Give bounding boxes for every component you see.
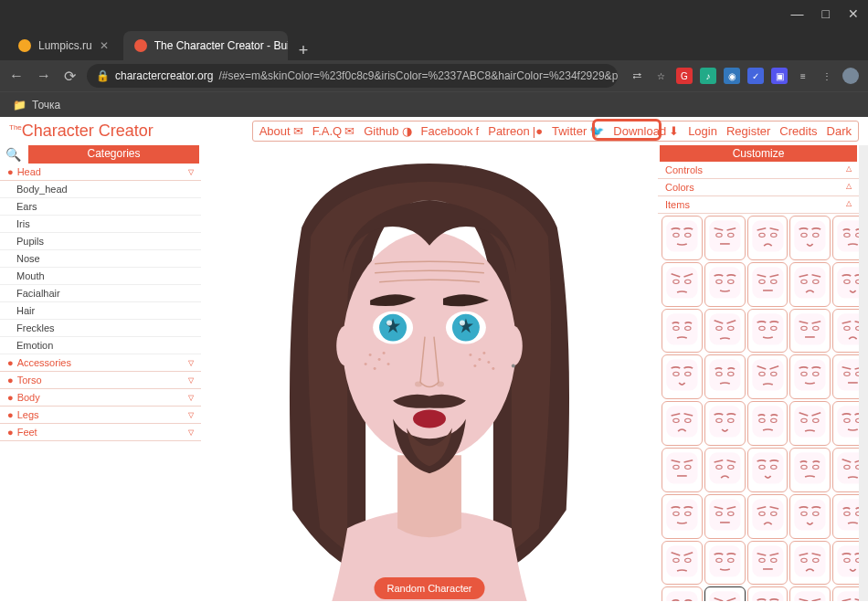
category-accessories[interactable]: ●Accessories▽ bbox=[0, 354, 201, 372]
site-logo[interactable]: TheCharacter Creator bbox=[9, 121, 153, 141]
browser-tab-1[interactable]: The Character Creator - Build vis… ✕ bbox=[123, 31, 288, 60]
nav-dark[interactable]: Dark bbox=[824, 123, 854, 139]
nav-twitter[interactable]: Twitter 🐦 bbox=[549, 123, 607, 139]
emotion-thumb[interactable] bbox=[789, 354, 831, 399]
emotion-thumb[interactable] bbox=[832, 494, 859, 539]
character-canvas[interactable]: Random Character bbox=[201, 145, 658, 601]
category-item[interactable]: Body_head bbox=[0, 181, 201, 198]
emotion-thumb[interactable] bbox=[704, 541, 746, 586]
emotion-thumb[interactable] bbox=[747, 401, 789, 446]
translate-icon[interactable]: ⮂ bbox=[629, 68, 645, 84]
nav-credits[interactable]: Credits bbox=[777, 123, 820, 139]
category-item[interactable]: Nose bbox=[0, 250, 201, 268]
panel-colors[interactable]: Colors△ bbox=[658, 179, 859, 196]
emotion-thumb[interactable] bbox=[747, 541, 789, 586]
emotion-thumb[interactable] bbox=[747, 494, 789, 539]
emotion-thumb[interactable] bbox=[704, 309, 746, 354]
emotion-thumb[interactable] bbox=[832, 309, 859, 354]
emotion-thumb[interactable] bbox=[832, 354, 859, 399]
emotion-thumb[interactable] bbox=[789, 216, 831, 260]
category-body[interactable]: ●Body▽ bbox=[0, 389, 201, 407]
nav-patreon[interactable]: Patreon |● bbox=[485, 123, 545, 139]
nav-about[interactable]: About ✉ bbox=[257, 123, 306, 139]
scrollbar[interactable] bbox=[859, 145, 868, 601]
emotion-thumb[interactable] bbox=[704, 354, 746, 399]
emotion-thumb[interactable] bbox=[662, 216, 703, 260]
emotion-thumb[interactable] bbox=[747, 448, 789, 492]
ext-icon[interactable]: ▣ bbox=[771, 68, 788, 84]
emotion-thumb[interactable] bbox=[832, 448, 859, 492]
menu-icon[interactable]: ≡ bbox=[795, 68, 811, 84]
emotion-thumb[interactable] bbox=[747, 216, 789, 260]
category-feet[interactable]: ●Feet▽ bbox=[0, 424, 201, 441]
emotion-thumb[interactable] bbox=[832, 216, 859, 260]
ext-icon[interactable]: G bbox=[676, 68, 693, 84]
nav-github[interactable]: Github ◑ bbox=[361, 123, 414, 139]
emotion-thumb[interactable] bbox=[662, 401, 703, 446]
emotion-thumb[interactable] bbox=[662, 494, 703, 539]
forward-button[interactable]: → bbox=[37, 68, 51, 85]
emotion-thumb[interactable] bbox=[747, 309, 789, 354]
category-item[interactable]: Pupils bbox=[0, 233, 201, 250]
ext-icon[interactable]: ✓ bbox=[747, 68, 764, 84]
nav-facebook[interactable]: Facebook f bbox=[418, 123, 482, 139]
category-item[interactable]: Facialhair bbox=[0, 285, 201, 302]
category-item[interactable]: Freckles bbox=[0, 320, 201, 337]
close-tab-icon[interactable]: ✕ bbox=[100, 39, 109, 52]
emotion-thumb[interactable] bbox=[832, 401, 859, 446]
emotion-thumb[interactable] bbox=[832, 586, 859, 601]
bookmark-item[interactable]: Точка bbox=[32, 99, 60, 111]
nav-register[interactable]: Register bbox=[724, 123, 773, 139]
emotion-thumb[interactable] bbox=[747, 354, 789, 399]
url-input[interactable]: 🔒 charactercreator.org /#sex=m&skinColor… bbox=[87, 64, 618, 88]
emotion-thumb[interactable] bbox=[704, 262, 746, 307]
new-tab-button[interactable]: + bbox=[291, 41, 316, 60]
profile-avatar[interactable] bbox=[842, 68, 859, 84]
emotion-thumb[interactable] bbox=[662, 354, 703, 399]
maximize-icon[interactable]: □ bbox=[822, 6, 830, 21]
emotion-thumb[interactable] bbox=[704, 401, 746, 446]
emotion-thumb[interactable] bbox=[789, 541, 831, 586]
emotion-thumb[interactable] bbox=[789, 494, 831, 539]
nav-faq[interactable]: F.A.Q ✉ bbox=[310, 123, 358, 139]
category-item[interactable]: Emotion bbox=[0, 337, 201, 354]
close-icon[interactable]: ✕ bbox=[848, 6, 859, 21]
category-torso[interactable]: ●Torso▽ bbox=[0, 372, 201, 389]
emotion-thumb[interactable] bbox=[662, 541, 703, 586]
emotion-thumb[interactable] bbox=[704, 448, 746, 492]
emotion-thumb[interactable] bbox=[662, 586, 703, 601]
emotion-thumb[interactable] bbox=[789, 262, 831, 307]
minimize-icon[interactable]: ― bbox=[791, 6, 804, 21]
nav-download[interactable]: Download ⬇ bbox=[610, 123, 682, 139]
category-item[interactable]: Iris bbox=[0, 216, 201, 233]
back-button[interactable]: ← bbox=[9, 68, 24, 85]
emotion-thumb[interactable] bbox=[704, 494, 746, 539]
star-icon[interactable]: ☆ bbox=[652, 68, 669, 84]
emotion-thumb[interactable] bbox=[789, 401, 831, 446]
category-item[interactable]: Mouth bbox=[0, 268, 201, 285]
random-character-button[interactable]: Random Character bbox=[375, 577, 485, 599]
emotion-thumb[interactable] bbox=[789, 309, 831, 354]
search-icon[interactable]: 🔍 bbox=[0, 145, 26, 164]
emotion-thumb[interactable] bbox=[662, 262, 703, 307]
browser-tab-0[interactable]: Lumpics.ru ✕ bbox=[7, 31, 120, 60]
panel-items[interactable]: Items△ bbox=[658, 196, 859, 214]
emotion-thumb[interactable] bbox=[747, 586, 789, 601]
more-icon[interactable]: ⋮ bbox=[819, 68, 835, 84]
emotion-thumb[interactable] bbox=[832, 541, 859, 586]
category-item[interactable]: Hair bbox=[0, 302, 201, 320]
emotion-thumb[interactable] bbox=[662, 309, 703, 354]
emotion-thumb[interactable] bbox=[704, 216, 746, 260]
emotion-thumb[interactable] bbox=[832, 262, 859, 307]
category-legs[interactable]: ●Legs▽ bbox=[0, 407, 201, 424]
reload-button[interactable]: ⟳ bbox=[64, 68, 76, 85]
category-head[interactable]: ●Head▽ bbox=[0, 164, 201, 181]
emotion-thumb[interactable] bbox=[789, 448, 831, 492]
emotion-thumb[interactable] bbox=[789, 586, 831, 601]
category-item[interactable]: Ears bbox=[0, 198, 201, 216]
ext-icon[interactable]: ♪ bbox=[700, 68, 716, 84]
nav-login[interactable]: Login bbox=[685, 123, 720, 139]
emotion-thumb[interactable] bbox=[704, 586, 746, 601]
emotion-thumb[interactable] bbox=[747, 262, 789, 307]
ext-icon[interactable]: ◉ bbox=[724, 68, 740, 84]
